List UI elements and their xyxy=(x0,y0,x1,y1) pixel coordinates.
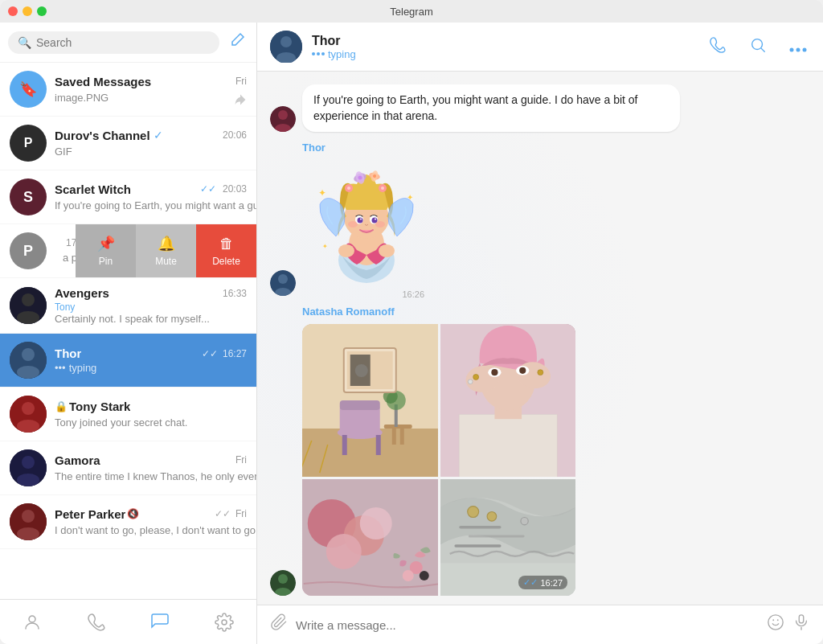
pin-icon: 📌 xyxy=(97,235,115,252)
svg-point-100 xyxy=(420,571,429,580)
lock-icon-tony: 🔒 xyxy=(55,400,68,412)
svg-point-20 xyxy=(752,39,763,49)
photo-1-img xyxy=(302,324,438,477)
chat-name-tony: Tony Stark xyxy=(69,400,130,413)
search-chat-icon xyxy=(749,36,767,54)
svg-point-111 xyxy=(768,615,783,630)
sender-name-natasha: Natasha Romanoff xyxy=(302,306,575,318)
svg-text:✦: ✦ xyxy=(322,243,328,250)
search-input[interactable] xyxy=(36,36,210,49)
message-row-1: If you're going to Earth, you might want… xyxy=(270,84,810,132)
svg-point-42 xyxy=(360,219,362,220)
attach-button[interactable] xyxy=(270,613,288,636)
svg-point-8 xyxy=(17,420,39,433)
svg-rect-69 xyxy=(392,429,396,445)
nav-contacts[interactable] xyxy=(16,609,48,635)
svg-point-1 xyxy=(22,293,35,306)
calls-icon xyxy=(87,613,106,632)
chat-name-scarlet: Scarlet Witch xyxy=(55,183,131,196)
chat-name-peter: Peter Parker xyxy=(55,507,125,521)
chat-name-gamora: Gamora xyxy=(55,453,100,467)
svg-rect-104 xyxy=(459,526,501,528)
chat-header-avatar xyxy=(270,31,302,63)
more-button[interactable] xyxy=(786,35,810,59)
svg-point-2 xyxy=(17,311,39,324)
svg-text:✦: ✦ xyxy=(318,187,326,199)
mute-button[interactable]: 🔔 Mute xyxy=(136,224,196,277)
typing-dots-icon: ••• xyxy=(55,362,66,374)
chat-name-saved: Saved Messages xyxy=(55,75,151,88)
voice-button[interactable] xyxy=(792,613,810,636)
maximize-button[interactable] xyxy=(37,6,47,16)
nav-chats[interactable] xyxy=(144,609,176,635)
close-button[interactable] xyxy=(8,6,18,16)
call-icon xyxy=(709,36,727,54)
chat-time-thor: 16:27 xyxy=(223,348,247,359)
message-input[interactable] xyxy=(296,618,759,632)
chat-item-scarlet[interactable]: S Scarlet Witch ✓✓ 20:03 If you're going… xyxy=(0,170,256,224)
chat-item-prophet[interactable]: P 17:17 a prophet 📌 Pin xyxy=(0,224,256,278)
sidebar: 🔍 🔖 Saved Messages Fri image.PNG xyxy=(0,23,257,644)
chat-item-thor[interactable]: Thor ✓✓ 16:27 ••• typing xyxy=(0,334,256,388)
chat-time-peter: Fri xyxy=(235,508,247,519)
chat-header-status: typing xyxy=(312,48,696,60)
compose-button[interactable] xyxy=(226,29,248,55)
input-bar xyxy=(257,605,823,644)
pin-button[interactable]: 📌 Pin xyxy=(76,224,136,277)
photo-time-overlay: ✓✓ 16:27 xyxy=(518,576,567,589)
sticker-time: 16:26 xyxy=(402,289,424,299)
photo-cell-2 xyxy=(440,324,576,477)
mute-label: Mute xyxy=(155,256,177,267)
svg-rect-66 xyxy=(342,435,347,455)
chat-item-tony[interactable]: 🔒 Tony Stark Tony joined your secret cha… xyxy=(0,388,256,441)
chat-info-saved: Saved Messages Fri image.PNG xyxy=(55,75,247,105)
delete-button[interactable]: 🗑 Delete xyxy=(196,224,256,277)
message-avatar-thor xyxy=(270,270,296,296)
app-container: 🔍 🔖 Saved Messages Fri image.PNG xyxy=(0,23,823,644)
natasha-msg-group: Natasha Romanoff xyxy=(302,306,575,596)
swipe-actions: 📌 Pin 🔔 Mute 🗑 Delete xyxy=(76,224,256,277)
search-chat-button[interactable] xyxy=(746,33,770,61)
svg-point-45 xyxy=(375,221,385,228)
photo-cell-1 xyxy=(302,324,438,477)
svg-point-16 xyxy=(222,620,227,625)
swipe-content: P 17:17 a prophet 📌 Pin xyxy=(0,224,256,277)
chat-name-avengers: Avengers xyxy=(55,286,109,300)
chat-preview-gamora: The entire time I knew Thanos, he only e… xyxy=(55,470,256,482)
chat-info-scarlet: Scarlet Witch ✓✓ 20:03 If you're going t… xyxy=(55,183,247,212)
chat-info-thor: Thor ✓✓ 16:27 ••• typing xyxy=(55,347,247,374)
delete-label: Delete xyxy=(212,256,240,267)
photo-tick: ✓✓ xyxy=(523,577,538,588)
svg-point-11 xyxy=(17,474,39,486)
chat-info-durov: Durov's Channel ✓ 20:06 GIF xyxy=(55,129,247,158)
message-avatar-scarlet xyxy=(270,106,296,132)
chat-list: 🔖 Saved Messages Fri image.PNG P xyxy=(0,63,256,599)
svg-rect-114 xyxy=(799,615,804,623)
chat-item-saved[interactable]: 🔖 Saved Messages Fri image.PNG xyxy=(0,63,256,117)
minimize-button[interactable] xyxy=(23,6,32,16)
photo-3-img xyxy=(302,479,438,596)
nav-calls[interactable] xyxy=(80,609,113,635)
svg-point-108 xyxy=(487,512,497,522)
search-wrapper[interactable]: 🔍 xyxy=(8,31,219,54)
chat-header: Thor typing xyxy=(257,23,823,72)
emoji-button[interactable] xyxy=(767,613,784,636)
chat-item-avengers[interactable]: Avengers 16:33 Tony Certainly not. I spe… xyxy=(0,278,256,334)
message-avatar-natasha xyxy=(270,570,296,596)
nav-settings[interactable] xyxy=(208,609,240,635)
bottom-nav xyxy=(0,599,256,644)
chat-item-peter[interactable]: Peter Parker 🔇 ✓✓ Fri I don't want to go… xyxy=(0,495,256,549)
svg-point-22 xyxy=(790,47,794,51)
svg-rect-105 xyxy=(468,535,524,538)
svg-point-15 xyxy=(29,616,35,622)
pin-label: Pin xyxy=(99,256,113,267)
tick-icon-thor: ✓✓ xyxy=(202,348,218,359)
chat-item-gamora[interactable]: Gamora Fri The entire time I knew Thanos… xyxy=(0,441,256,495)
chat-item-durov[interactable]: P Durov's Channel ✓ 20:06 GIF xyxy=(0,117,256,170)
svg-point-98 xyxy=(360,507,392,539)
svg-point-87 xyxy=(468,379,473,384)
chat-preview-avengers: Certainly not. I speak for myself... xyxy=(55,313,247,325)
svg-point-46 xyxy=(338,244,354,257)
photo-time: 16:27 xyxy=(540,578,563,588)
call-button[interactable] xyxy=(706,33,730,61)
